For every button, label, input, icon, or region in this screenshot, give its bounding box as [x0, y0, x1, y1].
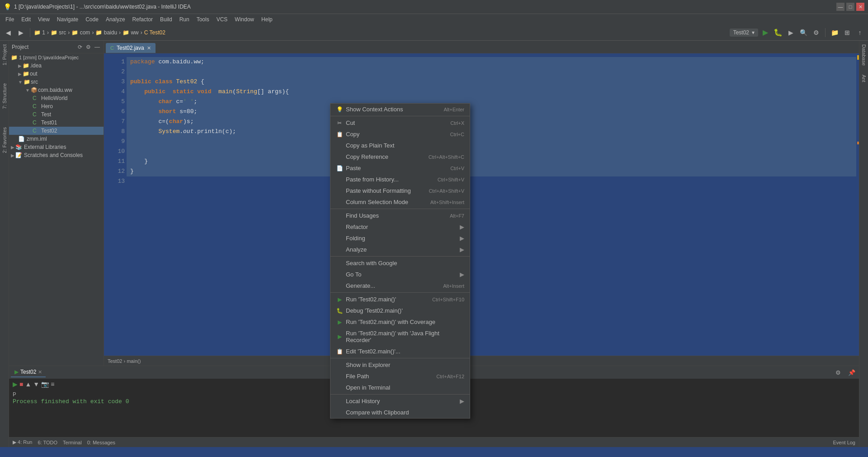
cm-column-select[interactable]: Column Selection Mode Alt+Shift+Insert — [330, 196, 470, 208]
menu-vcs[interactable]: VCS — [213, 15, 231, 24]
scroll-down-icon[interactable]: ▼ — [33, 381, 39, 388]
tree-item-helloworld[interactable]: C HelloWorld — [9, 94, 104, 102]
cm-edit-config[interactable]: 📋 Edit 'Test02.main()'... — [330, 346, 470, 357]
run-config-selector[interactable]: Test02 ▾ — [730, 29, 758, 37]
run-tab[interactable]: ▶ Test02 ✕ — [11, 367, 46, 377]
settings-icon[interactable]: ⚙ — [85, 43, 92, 51]
project-panel-label[interactable]: 1: Project — [2, 44, 7, 65]
cm-debug-main[interactable]: 🐛 Debug 'Test02.main()' — [330, 305, 470, 316]
code-editor[interactable]: 1 2 3 4 5 6 7 8 9 10 11 12 13 — [104, 53, 859, 356]
code-content[interactable]: package com.baidu.ww; public class Test0… — [127, 53, 859, 356]
tree-item-src[interactable]: ▼ 📁 src — [9, 78, 104, 86]
cm-generate[interactable]: Generate... Alt+Insert — [330, 280, 470, 291]
event-log-button[interactable]: Event Log — [833, 440, 855, 445]
cm-cut[interactable]: ✂ Cut Ctrl+X — [330, 117, 470, 129]
terminal-tab[interactable]: Terminal — [63, 440, 82, 445]
tree-item-iml[interactable]: 📄 zmm.iml — [9, 135, 104, 143]
cm-local-history[interactable]: Local History ▶ — [330, 395, 470, 407]
cm-run-jfr[interactable]: ▶ Run 'Test02.main()' with 'Java Flight … — [330, 328, 470, 346]
folder-button[interactable]: 📁 — [829, 27, 840, 38]
menu-file[interactable]: File — [2, 15, 18, 24]
cm-paste-shortcut: Ctrl+V — [450, 166, 464, 171]
menu-window[interactable]: Window — [231, 15, 258, 24]
cm-show-explorer[interactable]: Show in Explorer — [330, 359, 470, 371]
forward-button[interactable]: ▶ — [15, 27, 26, 38]
tree-item-extlibs[interactable]: ▶ 📚 External Libraries — [9, 143, 104, 151]
debug-button[interactable]: 🐛 — [773, 27, 783, 38]
menu-bar: File Edit View Navigate Code Analyze Ref… — [0, 14, 868, 24]
cm-search-google[interactable]: Search with Google — [330, 257, 470, 269]
cm-find-usages[interactable]: Find Usages Alt+F7 — [330, 210, 470, 221]
arrow-icon: ▶ — [11, 145, 14, 150]
cm-refactor[interactable]: Refactor ▶ — [330, 221, 470, 233]
settings-button[interactable]: ⚙ — [811, 27, 821, 38]
tab-close-icon[interactable]: ✕ — [147, 45, 151, 51]
database-panel-label[interactable]: Database — [861, 44, 867, 66]
cm-copy-plain-text[interactable]: Copy as Plain Text — [330, 140, 470, 151]
stop-icon[interactable]: ■ — [19, 381, 23, 388]
maximize-button[interactable]: □ — [846, 3, 854, 11]
grid-button[interactable]: ⊞ — [842, 27, 853, 38]
cm-run-coverage[interactable]: ▶ Run 'Test02.main()' with Coverage — [330, 316, 470, 328]
run-play-icon[interactable]: ▶ — [13, 381, 18, 388]
cm-run-main[interactable]: ▶ Run 'Test02.main()' Ctrl+Shift+F10 — [330, 294, 470, 305]
cm-paste-no-format[interactable]: Paste without Formatting Ctrl+Alt+Shift+… — [330, 185, 470, 196]
menu-analyze[interactable]: Analyze — [102, 15, 129, 24]
cm-paste[interactable]: 📄 Paste Ctrl+V — [330, 162, 470, 174]
messages-tab[interactable]: 0: Messages — [87, 440, 115, 445]
coverage-button[interactable]: ▶ — [785, 27, 796, 38]
menu-navigate[interactable]: Navigate — [53, 15, 82, 24]
cm-open-terminal[interactable]: Open in Terminal — [330, 382, 470, 393]
search-button[interactable]: 🔍 — [798, 27, 809, 38]
cm-copy-reference[interactable]: Copy Reference Ctrl+Alt+Shift+C — [330, 151, 470, 162]
camera-icon[interactable]: 📷 — [41, 381, 49, 388]
run-button[interactable]: ▶ — [760, 27, 771, 38]
structure-panel-label[interactable]: 7: Structure — [2, 83, 7, 109]
tree-item-hero[interactable]: C Hero — [9, 102, 104, 110]
tree-item-test[interactable]: C Test — [9, 110, 104, 119]
menu-help[interactable]: Help — [258, 15, 276, 24]
tree-item-idea[interactable]: ▶ 📁 .idea — [9, 62, 104, 70]
back-button[interactable]: ◀ — [3, 27, 14, 38]
menu-code[interactable]: Code — [82, 15, 102, 24]
code-line-6: short s=80; — [127, 107, 859, 117]
app-icon: 💡 — [4, 3, 11, 10]
tree-item-out[interactable]: ▶ 📁 out — [9, 70, 104, 78]
run-status-tab[interactable]: ▶ 4: Run — [13, 439, 32, 445]
ant-panel-label[interactable]: Ant — [861, 75, 867, 82]
menu-run[interactable]: Run — [176, 15, 193, 24]
vcs-update-button[interactable]: ↑ — [854, 27, 865, 38]
tree-item-scratches[interactable]: ▶ 📝 Scratches and Consoles — [9, 151, 104, 159]
menu-build[interactable]: Build — [156, 15, 176, 24]
tree-item-test02[interactable]: C Test02 — [9, 127, 104, 135]
tree-item-test01[interactable]: C Test01 — [9, 119, 104, 127]
window-controls: — □ ✕ — [836, 3, 864, 11]
tree-item-package[interactable]: ▼ 📦 com.baidu.ww — [9, 86, 104, 94]
cm-file-path[interactable]: File Path Ctrl+Alt+F12 — [330, 371, 470, 382]
menu-view[interactable]: View — [34, 15, 53, 24]
cm-analyze[interactable]: Analyze ▶ — [330, 244, 470, 255]
run-tab-close-icon[interactable]: ✕ — [38, 369, 42, 375]
menu-edit[interactable]: Edit — [18, 15, 34, 24]
cm-copy[interactable]: 📋 Copy Ctrl+C — [330, 129, 470, 140]
cm-go-to[interactable]: Go To ▶ — [330, 269, 470, 280]
menu-tools[interactable]: Tools — [193, 15, 213, 24]
todo-tab[interactable]: 6: TODO — [38, 440, 57, 445]
cm-folding[interactable]: Folding ▶ — [330, 233, 470, 244]
sync-icon[interactable]: ⟳ — [77, 43, 83, 51]
collapse-icon[interactable]: — — [94, 43, 101, 51]
close-button[interactable]: ✕ — [856, 3, 864, 11]
favorites-panel-label[interactable]: 2: Favorites — [2, 127, 7, 153]
minimize-button[interactable]: — — [836, 3, 844, 11]
format-icon[interactable]: ≡ — [51, 381, 54, 388]
cm-compare-clipboard[interactable]: Compare with Clipboard — [330, 407, 470, 418]
scroll-up-icon[interactable]: ▲ — [25, 381, 31, 388]
pin-icon[interactable]: 📌 — [846, 367, 857, 378]
tree-item-project[interactable]: 📁 1 [zmm] D:\java\IdeaProjec — [9, 53, 104, 62]
menu-refactor[interactable]: Refactor — [129, 15, 156, 24]
cm-paste-history[interactable]: Paste from History... Ctrl+Shift+V — [330, 174, 470, 185]
editor-tab-test02[interactable]: C Test02.java ✕ — [106, 43, 156, 53]
cm-run-jfr-label: Run 'Test02.main()' with 'Java Flight Re… — [346, 330, 464, 343]
cm-show-context-actions[interactable]: 💡 Show Context Actions Alt+Enter — [330, 104, 470, 115]
settings-gear-icon[interactable]: ⚙ — [833, 367, 844, 378]
